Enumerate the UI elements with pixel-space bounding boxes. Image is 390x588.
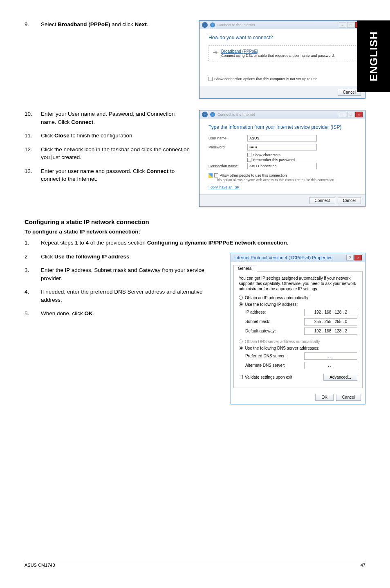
footer-left: ASUS CM1740 <box>25 563 55 568</box>
step-3b-num: 3. <box>25 266 41 274</box>
step13-b: Connect <box>146 168 168 174</box>
step-2b-num: 2 <box>25 253 41 261</box>
step-1b-body: Repeat steps 1 to 4 of the previous sect… <box>41 239 365 247</box>
step-9-mid: and click <box>110 21 135 27</box>
step2b-b: Use the following IP address <box>54 254 130 260</box>
step-9-bold: Broadband (PPPoE) <box>58 21 110 27</box>
step-1b-num: 1. <box>25 239 41 247</box>
password-field[interactable] <box>247 144 317 150</box>
username-field[interactable] <box>247 135 317 141</box>
step10-pre: Enter your User name and, Password, and … <box>41 111 175 125</box>
obtain-ip-label: Obtain an IP address automatically <box>245 296 308 300</box>
minimize-button[interactable]: – <box>339 22 346 28</box>
step-11-body: Click Close to finish the configuration. <box>41 132 191 140</box>
step-5b-num: 5. <box>25 310 41 318</box>
step10-post: . <box>93 119 95 125</box>
step11-b: Close <box>54 132 69 139</box>
remember-password-checkbox[interactable] <box>247 158 251 162</box>
cancel-button[interactable]: Cancel <box>338 197 361 204</box>
step-9-num: 9. <box>25 20 41 29</box>
globe-icon <box>210 112 215 117</box>
connect-button[interactable]: Connect <box>309 197 335 204</box>
step5b-b: OK <box>85 310 93 316</box>
validate-checkbox[interactable] <box>239 375 243 379</box>
obtain-dns-radio[interactable] <box>239 339 243 343</box>
password-label: Password: <box>208 145 247 149</box>
show-characters-checkbox[interactable] <box>247 153 251 157</box>
step-3b-body: Enter the IP address, Subnet mask and Ga… <box>41 266 222 282</box>
step-4b-num: 4. <box>25 288 41 296</box>
default-gateway-field[interactable]: 192 . 168 . 128 . 2 <box>304 328 357 335</box>
step-12-num: 12. <box>25 146 41 154</box>
back-arrow-icon[interactable]: ← <box>202 112 208 117</box>
ip-address-label: IP address: <box>245 310 266 314</box>
cancel-button[interactable]: Cancel <box>336 394 361 401</box>
allow-other-sub: This option allows anyone with access to… <box>215 178 356 182</box>
step11-post: to finish the configuration. <box>69 132 134 139</box>
obtain-ip-radio[interactable] <box>239 296 243 300</box>
step-11-num: 11. <box>25 132 41 140</box>
allow-other-checkbox[interactable] <box>214 173 218 177</box>
preferred-dns-field[interactable]: . . . <box>304 352 357 360</box>
step5b-pre: When done, click <box>41 310 85 316</box>
no-isp-link[interactable]: I don't have an ISP <box>208 185 240 189</box>
close-button[interactable]: × <box>354 255 362 260</box>
step10-b: Connect <box>71 119 93 125</box>
step-13-body: Enter your user name and password. Click… <box>41 167 191 183</box>
arrow-icon: ➔ <box>213 49 218 56</box>
ipv4-desc: You can get IP settings assigned automat… <box>239 276 357 292</box>
step-9-pre: Select <box>41 21 58 27</box>
step11-pre: Click <box>41 132 54 139</box>
use-dns-label: Use the following DNS server addresses: <box>245 346 319 350</box>
advanced-button[interactable]: Advanced... <box>323 374 357 381</box>
step2b-pre: Click <box>41 254 54 260</box>
obtain-dns-label: Obtain DNS server address automatically <box>245 339 320 344</box>
ipv4-title: Internet Protocol Version 4 (TCP/IPv4) P… <box>234 255 332 260</box>
language-tab: ENGLISH <box>357 20 390 92</box>
username-label: User name: <box>208 136 247 140</box>
general-tab[interactable]: General <box>233 265 257 272</box>
section-sub: To configure a static IP network connect… <box>25 229 365 235</box>
back-arrow-icon[interactable]: ← <box>202 22 208 28</box>
subnet-mask-field[interactable]: 255 . 255 . 255 . 0 <box>304 318 357 325</box>
use-dns-radio[interactable] <box>239 346 243 350</box>
default-gateway-label: Default gateway: <box>245 329 276 333</box>
wizard1-heading: How do you want to connect? <box>208 35 356 40</box>
step1b-post: . <box>287 240 289 246</box>
allow-other-label: Allow other people to use this connectio… <box>220 173 287 177</box>
step1b-b: Configuring a dynamic IP/PPPoE network c… <box>147 240 287 246</box>
step1b-pre: Repeat steps 1 to 4 of the previous sect… <box>41 240 147 246</box>
help-button[interactable]: ? <box>346 255 354 260</box>
alternate-dns-field[interactable]: . . . <box>304 362 357 369</box>
step-2b-body: Click Use the following IP address. <box>41 253 222 261</box>
step-9-bold2: Next <box>135 21 147 27</box>
minimize-button[interactable]: – <box>339 112 346 117</box>
ok-button[interactable]: OK <box>315 394 333 401</box>
shield-icon <box>208 173 213 178</box>
step5b-post: . <box>93 310 94 316</box>
step-9-body: Select Broadband (PPPoE) and click Next. <box>41 20 191 29</box>
section-heading: Configuring a static IP network connecti… <box>25 218 365 225</box>
step-12-body: Click the network icon in the taskbar an… <box>41 146 191 162</box>
step-10-num: 10. <box>25 110 41 118</box>
broadband-option[interactable]: ➔ Broadband (PPPoE) Connect using DSL or… <box>208 45 356 61</box>
connect-wizard-1: ← Connect to the Internet – □ × How do y… <box>199 20 365 99</box>
use-ip-radio[interactable] <box>239 302 243 306</box>
connection-name-field[interactable] <box>247 163 317 169</box>
connect-wizard-2: ← Connect to the Internet – □ × Type the… <box>199 110 365 207</box>
maximize-button[interactable]: □ <box>347 22 354 28</box>
wizard1-title: Connect to the Internet <box>217 23 255 27</box>
footer-right: 47 <box>361 563 365 568</box>
step-10-body: Enter your User name and, Password, and … <box>41 110 191 126</box>
preferred-dns-label: Preferred DNS server: <box>245 354 286 358</box>
subnet-mask-label: Subnet mask: <box>245 319 270 324</box>
step-4b-body: If needed, enter the preferred DNS Serve… <box>41 288 222 304</box>
close-button[interactable]: × <box>355 112 363 117</box>
ip-address-field[interactable]: 192 . 168 . 128 . 2 <box>304 309 357 316</box>
step-5b-body: When done, click OK. <box>41 310 222 318</box>
remember-password-label: Remember this password <box>253 158 295 162</box>
show-options-checkbox[interactable] <box>208 77 213 81</box>
maximize-button[interactable]: □ <box>347 112 354 117</box>
step2b-post: . <box>130 254 131 260</box>
connection-name-label: Connection name: <box>208 164 247 168</box>
